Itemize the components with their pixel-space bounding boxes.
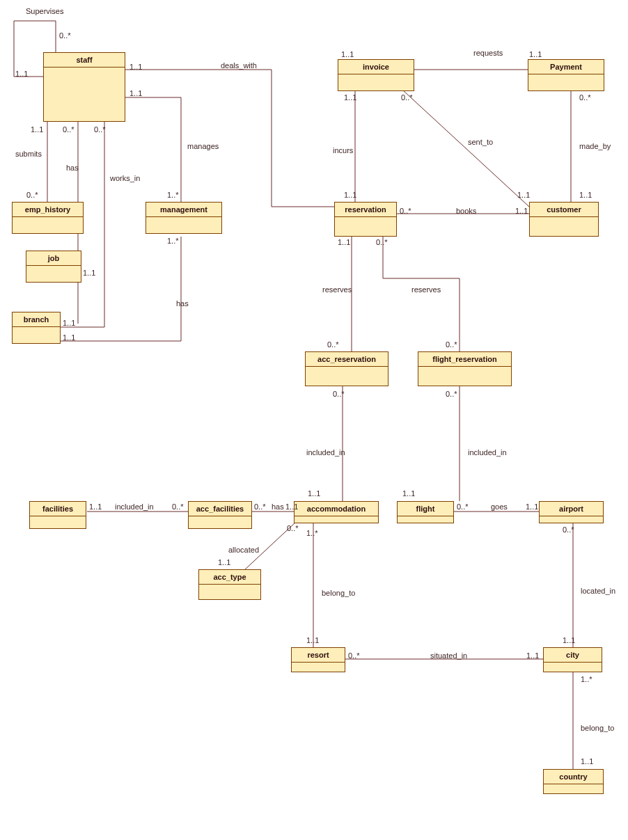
mult: 1..1 [129, 89, 142, 97]
rel-incurs: incurs [333, 146, 353, 154]
mult: 0..* [446, 340, 457, 349]
rel-requests: requests [473, 49, 503, 57]
entity-staff[interactable]: staff [43, 52, 125, 122]
rel-goes: goes [491, 502, 508, 511]
mult: 1..1 [308, 489, 320, 498]
mult: 1..1 [83, 269, 95, 277]
entity-title: Payment [528, 60, 604, 74]
entity-title: staff [44, 53, 125, 68]
rel-belong-to-2: belong_to [581, 724, 614, 732]
rel-books: books [456, 207, 476, 215]
entity-title: facilities [30, 502, 86, 516]
rel-manages: manages [187, 142, 219, 150]
rel-deals-with: deals_with [221, 61, 257, 70]
entity-title: branch [13, 312, 60, 327]
entity-flight-reservation[interactable]: flight_reservation [418, 351, 512, 386]
mult: 0..* [287, 524, 299, 532]
mult: 0..* [254, 502, 266, 511]
entity-title: invoice [338, 60, 414, 74]
mult: 1..1 [89, 502, 102, 511]
entity-resort[interactable]: resort [291, 647, 345, 672]
entity-acc-reservation[interactable]: acc_reservation [305, 351, 388, 386]
mult: 0..* [579, 93, 591, 102]
mult: 1..1 [515, 207, 528, 215]
mult: 0..* [63, 125, 74, 134]
entity-country[interactable]: country [543, 769, 604, 794]
entity-title: accommodation [295, 502, 378, 516]
mult: 0..* [400, 207, 411, 215]
mult: 1..1 [338, 238, 350, 246]
entity-management[interactable]: management [146, 202, 222, 234]
mult: 1..1 [526, 502, 538, 511]
mult: 1..* [167, 191, 179, 199]
mult: 0..* [26, 191, 38, 199]
entity-title: acc_type [199, 570, 260, 585]
entity-title: acc_facilities [189, 502, 251, 516]
entity-title: country [544, 770, 603, 784]
rel-located-in: located_in [581, 587, 615, 595]
entity-airport[interactable]: airport [539, 501, 604, 523]
mult: 1..1 [285, 502, 298, 511]
entity-reservation[interactable]: reservation [334, 202, 397, 237]
rel-has-3: has [272, 502, 284, 511]
svg-line-15 [403, 90, 529, 207]
entity-title: flight [398, 502, 453, 516]
mult: 0..* [172, 502, 184, 511]
entity-title: flight_reservation [418, 352, 511, 367]
entity-accommodation[interactable]: accommodation [294, 501, 379, 523]
rel-situated-in: situated_in [430, 651, 467, 660]
entity-facilities[interactable]: facilities [29, 501, 86, 529]
rel-has-1: has [66, 164, 79, 172]
rel-sent-to: sent_to [468, 138, 493, 146]
entity-payment[interactable]: Payment [528, 59, 604, 91]
entity-city[interactable]: city [543, 647, 602, 672]
mult: 1..1 [218, 558, 230, 566]
mult: 0..* [348, 651, 360, 660]
entity-title: reservation [335, 203, 396, 217]
mult: 1..1 [344, 191, 356, 199]
mult: 0..* [563, 525, 574, 534]
entity-branch[interactable]: branch [12, 312, 61, 344]
entity-title: emp_history [13, 203, 83, 217]
rel-allocated: allocated [228, 546, 259, 554]
rel-reserves-1: reserves [322, 285, 352, 294]
mult: 1..1 [526, 651, 539, 660]
entity-customer[interactable]: customer [529, 202, 599, 237]
entity-acc-type[interactable]: acc_type [198, 569, 261, 600]
mult: 1..1 [402, 489, 415, 498]
mult: 0..* [446, 390, 457, 398]
mult: 1..1 [581, 757, 593, 766]
mult: 0..* [457, 502, 469, 511]
entity-invoice[interactable]: invoice [338, 59, 414, 91]
rel-included-in-1: included_in [306, 448, 345, 457]
rel-submits: submits [15, 150, 42, 158]
mult: 1..1 [529, 50, 542, 58]
mult: 1..1 [306, 636, 319, 644]
entity-emp-history[interactable]: emp_history [12, 202, 84, 234]
entity-title: management [146, 203, 221, 217]
rel-reserves-2: reserves [411, 285, 441, 294]
entity-acc-facilities[interactable]: acc_facilities [188, 501, 252, 529]
entity-title: customer [530, 203, 598, 217]
entity-flight[interactable]: flight [397, 501, 454, 523]
mult: 1..* [581, 675, 592, 683]
rel-has-2: has [176, 299, 189, 308]
entity-title: city [544, 648, 602, 663]
entity-title: acc_reservation [306, 352, 388, 367]
mult: 0..* [401, 93, 413, 102]
mult: 1..1 [579, 191, 592, 199]
rel-included-in-3: included_in [115, 502, 154, 511]
rel-belong-to-1: belong_to [322, 589, 355, 597]
entity-title: job [26, 251, 81, 266]
mult: 0..* [376, 238, 388, 246]
mult: 1..1 [63, 333, 75, 342]
entity-job[interactable]: job [26, 251, 81, 283]
mult: 0..* [333, 390, 345, 398]
mult: 1..* [167, 237, 179, 245]
rel-included-in-2: included_in [468, 448, 507, 457]
rel-made-by: made_by [579, 142, 611, 150]
mult: 1..1 [563, 636, 575, 644]
mult: 1..1 [517, 191, 530, 199]
mult: 0..* [327, 340, 339, 349]
mult: 1..1 [341, 50, 354, 58]
